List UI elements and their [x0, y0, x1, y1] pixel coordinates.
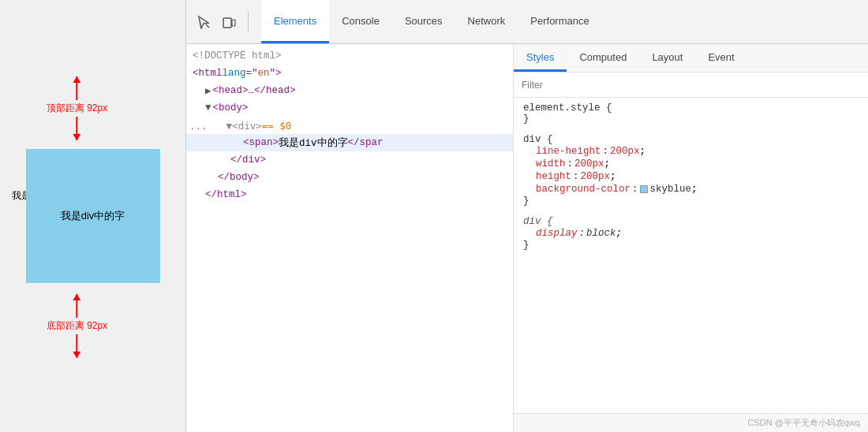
style-selector-div2: div {: [523, 216, 859, 227]
head-triangle[interactable]: ▶: [205, 84, 211, 97]
styles-filter-input[interactable]: [522, 80, 860, 91]
style-rule-height: height : 200px ;: [523, 170, 859, 183]
devtools-tabs: Elements Console Sources Network Perform…: [261, 0, 602, 43]
style-close-div1: }: [523, 196, 859, 207]
style-block-div2: div { display : block ; }: [523, 216, 859, 251]
style-close-div2: }: [523, 240, 859, 251]
cursor-icon[interactable]: [193, 11, 215, 33]
devtools-topbar: Elements Console Sources Network Perform…: [186, 0, 868, 44]
style-rule-line-height: line-height : 200px ;: [523, 145, 859, 158]
html-line-doctype: <!DOCTYPE html>: [186, 47, 513, 65]
style-selector-element: element.style {: [523, 102, 859, 114]
body-triangle[interactable]: ▼: [205, 102, 211, 114]
html-panel: <!DOCTYPE html> <html lang="en"> ▶ <head…: [186, 44, 514, 432]
tab-elements[interactable]: Elements: [261, 0, 329, 43]
top-arrow-annotation: 顶部距离 92px: [47, 76, 107, 140]
subtab-computed[interactable]: Computed: [567, 44, 639, 72]
tab-sources[interactable]: Sources: [392, 0, 455, 43]
html-line-html: <html lang="en">: [186, 65, 513, 82]
tab-performance[interactable]: Performance: [518, 0, 601, 43]
devtools-icon-group: [193, 11, 253, 33]
tab-network[interactable]: Network: [455, 0, 518, 43]
styles-subtabs: Styles Computed Layout Event: [514, 44, 868, 73]
styles-filter-bar: [514, 73, 868, 98]
bottom-label: 底部距离 92px: [47, 319, 107, 333]
toolbar-divider: [248, 11, 249, 33]
bottom-arrow-down: [76, 334, 77, 358]
top-arrow-up: [76, 76, 77, 100]
html-line-html-close: </html>: [186, 186, 513, 203]
style-rule-display: display : block ;: [523, 227, 859, 240]
style-block-div1: div { line-height : 200px ; width : 200p…: [523, 134, 859, 207]
devtools-content: <!DOCTYPE html> <html lang="en"> ▶ <head…: [186, 44, 868, 432]
html-line-body: ▼ <body>: [186, 99, 513, 117]
svg-rect-1: [223, 18, 231, 28]
devtools-panel: Elements Console Sources Network Perform…: [185, 0, 868, 432]
subtab-layout[interactable]: Layout: [639, 44, 695, 72]
preview-panel: 顶部距离 92px 我是div中的字 我是div中的字 底部距离 92px: [0, 0, 185, 432]
subtab-styles[interactable]: Styles: [514, 44, 567, 72]
style-rule-width: width : 200px ;: [523, 158, 859, 170]
styles-content: element.style { } div { line-height : 20…: [514, 98, 868, 413]
tab-console[interactable]: Console: [329, 0, 392, 43]
subtab-event[interactable]: Event: [695, 44, 746, 72]
div-triangle[interactable]: ▼: [226, 120, 233, 132]
preview-div-box: 我是div中的字: [26, 149, 160, 283]
html-line-body-close: </body>: [186, 169, 513, 186]
color-swatch[interactable]: [640, 185, 648, 193]
html-line-div-close: </div>: [186, 151, 513, 169]
device-icon[interactable]: [218, 11, 240, 33]
bottom-arrow-annotation: 底部距离 92px: [47, 294, 107, 358]
top-label: 顶部距离 92px: [47, 102, 107, 115]
preview-wrapper: 顶部距离 92px 我是div中的字 我是div中的字 底部距离 92px: [10, 47, 176, 385]
style-close-element: }: [523, 114, 859, 125]
svg-line-0: [206, 24, 209, 28]
svg-rect-2: [232, 20, 235, 26]
bottom-arrow-up: [76, 294, 77, 318]
csdn-watermark: CSDN @平平无奇小码农qwq: [514, 413, 868, 432]
preview-div-text: 我是div中的字: [61, 209, 125, 223]
html-line-span: <span>我是div中的字</spar: [186, 134, 513, 151]
style-selector-div1: div {: [523, 134, 859, 145]
styles-panel: Styles Computed Layout Event: [514, 44, 868, 432]
style-block-element: element.style { }: [523, 102, 859, 125]
html-line-head: ▶ <head>…</head>: [186, 82, 513, 99]
dots-ellipsis: ... ▼ <div> == $0: [186, 117, 513, 134]
top-arrow-down: [76, 117, 77, 140]
style-rule-background-color: background-color : skyblue ;: [523, 183, 859, 196]
